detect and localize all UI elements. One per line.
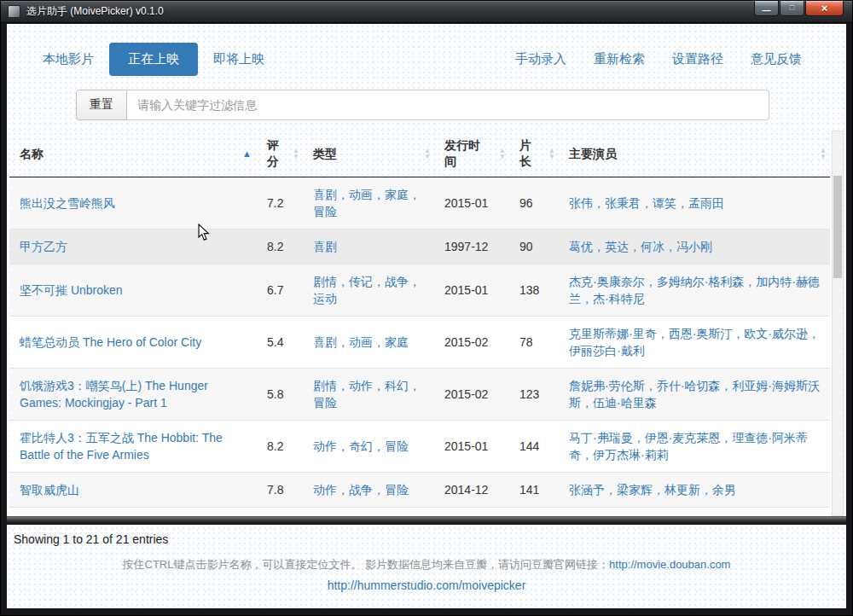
column-header-release-date[interactable]: 发行时间 ▲▼: [434, 131, 509, 177]
sort-icons: ▲▼: [499, 148, 506, 160]
genres-link[interactable]: 剧情，动作，科幻，冒险: [313, 379, 421, 410]
movie-name-cell: 有一个地方只有我们知道: [9, 508, 257, 517]
entries-info: Showing 1 to 21 of 21 entries: [14, 532, 846, 546]
movie-table: 名称 ▲ 评分 ▲▼ 类型 ▲▼ 发行时间 ▲▼: [9, 131, 844, 516]
window-controls: — □ ×: [753, 1, 844, 16]
table-row[interactable]: 饥饿游戏3：嘲笑鸟(上) The Hunger Games: Mockingja…: [9, 369, 830, 421]
genres-cell: 动作，战争，冒险: [303, 473, 434, 508]
sort-desc-icon: ▼: [820, 154, 827, 160]
maximize-icon: □: [790, 4, 794, 12]
hummerstudio-link[interactable]: http://hummerstudio.com/moivepicker: [328, 578, 526, 592]
rescan-link[interactable]: 重新检索: [594, 51, 645, 67]
genres-link[interactable]: 喜剧: [313, 240, 337, 253]
rating-cell: 6.7: [257, 264, 303, 317]
set-path-link[interactable]: 设置路径: [672, 51, 723, 67]
length-cell: 90: [509, 230, 559, 264]
movie-name-cell: 甲方乙方: [9, 230, 257, 264]
rating-cell: 8.2: [257, 421, 303, 473]
table-row[interactable]: 有一个地方只有我们知道 5.2 爱情 2015-02 109 吴亦凡，王丽坤，徐…: [9, 508, 830, 517]
title-bar[interactable]: 选片助手 (MoivePicker) v0.1.0: [1, 1, 852, 23]
column-header-actors[interactable]: 主要演员 ▲▼: [559, 131, 830, 177]
genres-link[interactable]: 剧情，传记，战争，运动: [313, 275, 421, 305]
genres-cell: 喜剧: [303, 230, 434, 264]
length-cell: 78: [509, 317, 559, 369]
actors-link[interactable]: 克里斯蒂娜·里奇，西恩·奥斯汀，欧文·威尔逊，伊丽莎白·戴利: [569, 327, 820, 357]
actors-link[interactable]: 张伟，张秉君，谭笑，孟雨田: [569, 196, 724, 210]
movie-name-cell: 坚不可摧 Unbroken: [9, 264, 257, 317]
release-date-cell: 2015-01: [434, 177, 509, 230]
tab-now-showing[interactable]: 正在上映: [109, 43, 198, 76]
minimize-button[interactable]: —: [754, 1, 779, 16]
filter-bar: 重置: [76, 90, 769, 120]
genres-cell: 喜剧，动画，家庭: [303, 317, 434, 369]
manual-entry-link[interactable]: 手动录入: [515, 51, 566, 67]
maximize-button[interactable]: □: [780, 1, 804, 16]
table-row[interactable]: 智取威虎山 7.8 动作，战争，冒险 2014-12 141 张涵予，梁家辉，林…: [9, 473, 830, 508]
actors-link[interactable]: 詹妮弗·劳伦斯，乔什·哈切森，利亚姆·海姆斯沃斯，伍迪·哈里森: [569, 379, 820, 410]
movie-name-link[interactable]: 饥饿游戏3：嘲笑鸟(上) The Hunger Games: Mockingja…: [20, 379, 208, 410]
actors-link[interactable]: 杰克·奥康奈尔，多姆纳尔·格利森，加内特·赫德兰，杰·科特尼: [569, 275, 820, 305]
table-row[interactable]: 甲方乙方 8.2 喜剧 1997-12 90 葛优，英达，何冰，冯小刚: [9, 230, 830, 264]
movie-name-cell: 蜡笔总动员 The Hero of Color City: [9, 317, 257, 369]
actors-cell: 杰克·奥康奈尔，多姆纳尔·格利森，加内特·赫德兰，杰·科特尼: [559, 264, 830, 317]
tab-coming-soon[interactable]: 即将上映: [201, 43, 276, 76]
movie-name-link[interactable]: 熊出没之雪岭熊风: [20, 196, 115, 210]
release-date-cell: 2015-02: [434, 317, 509, 369]
movie-name-cell: 饥饿游戏3：嘲笑鸟(上) The Hunger Games: Mockingja…: [9, 369, 257, 421]
feedback-link[interactable]: 意见反馈: [751, 51, 802, 67]
filter-input[interactable]: [127, 90, 769, 120]
vertical-scrollbar[interactable]: [832, 131, 844, 516]
scrollbar-thumb[interactable]: [833, 176, 842, 278]
douban-link[interactable]: http://movie.douban.com: [609, 558, 730, 571]
movie-name-link[interactable]: 智取威虎山: [20, 483, 79, 497]
actors-cell: 詹妮弗·劳伦斯，乔什·哈切森，利亚姆·海姆斯沃斯，伍迪·哈里森: [559, 369, 830, 421]
sort-desc-icon: ▼: [499, 154, 506, 160]
column-header-length[interactable]: 片长 ▲▼: [509, 131, 559, 177]
footer-home: http://hummerstudio.com/moivepicker: [7, 578, 846, 592]
release-date-cell: 1997-12: [434, 230, 509, 264]
reset-button[interactable]: 重置: [76, 90, 127, 120]
release-date-cell: 2015-01: [434, 264, 509, 317]
sort-icons: ▲▼: [548, 148, 555, 160]
actors-link[interactable]: 马丁·弗瑞曼，伊恩·麦克莱恩，理查德·阿米蒂奇，伊万杰琳·莉莉: [569, 431, 808, 462]
genres-cell: 动作，奇幻，冒险: [303, 421, 434, 473]
footer-note-text: 按住CTRL键点击影片名称，可以直接定位文件。 影片数据信息均来自豆瓣，请访问豆…: [123, 558, 610, 571]
genres-link[interactable]: 动作，战争，冒险: [313, 483, 409, 497]
actors-cell: 克里斯蒂娜·里奇，西恩·奥斯汀，欧文·威尔逊，伊丽莎白·戴利: [559, 317, 830, 369]
sort-desc-icon: ▼: [424, 154, 431, 160]
table-row[interactable]: 蜡笔总动员 The Hero of Color City 5.4 喜剧，动画，家…: [9, 317, 830, 369]
column-header-rating[interactable]: 评分 ▲▼: [257, 131, 303, 177]
genres-link[interactable]: 喜剧，动画，家庭: [313, 335, 409, 349]
window-title: 选片助手 (MoivePicker) v0.1.0: [26, 4, 164, 19]
length-cell: 138: [509, 264, 559, 317]
actors-link[interactable]: 葛优，英达，何冰，冯小刚: [569, 240, 712, 253]
column-header-genres[interactable]: 类型 ▲▼: [303, 131, 434, 177]
main-content: 本地影片 正在上映 即将上映 手动录入 重新检索 设置路径 意见反馈 重置 名称: [7, 24, 846, 608]
genres-link[interactable]: 喜剧，动画，家庭，冒险: [313, 188, 421, 218]
table-row[interactable]: 霍比特人3：五军之战 The Hobbit: The Battle of the…: [9, 421, 830, 473]
tab-local-movies[interactable]: 本地影片: [31, 43, 106, 76]
genres-link[interactable]: 动作，奇幻，冒险: [313, 439, 409, 453]
movie-name-link[interactable]: 坚不可摧 Unbroken: [20, 283, 123, 297]
movie-name-link[interactable]: 蜡笔总动员 The Hero of Color City: [20, 335, 201, 349]
rating-cell: 7.2: [257, 177, 303, 230]
horizontal-scrollbar[interactable]: [7, 516, 846, 525]
actors-cell: 吴亦凡，王丽坤，徐静蕾，戈登·亚历山大: [559, 508, 830, 517]
sort-icons: ▲▼: [820, 148, 827, 160]
sort-desc-icon: ▼: [293, 154, 299, 160]
table-row[interactable]: 熊出没之雪岭熊风 7.2 喜剧，动画，家庭，冒险 2015-01 96 张伟，张…: [9, 177, 830, 230]
movie-name-link[interactable]: 霍比特人3：五军之战 The Hobbit: The Battle of the…: [20, 431, 223, 462]
movie-name-link[interactable]: 甲方乙方: [20, 240, 67, 253]
sort-ascending-icon: ▲: [242, 149, 252, 159]
column-header-name[interactable]: 名称 ▲: [9, 131, 257, 177]
footer-note: 按住CTRL键点击影片名称，可以直接定位文件。 影片数据信息均来自豆瓣，请访问豆…: [7, 557, 846, 572]
rating-cell: 5.8: [257, 369, 303, 421]
length-cell: 144: [509, 421, 559, 473]
rating-cell: 5.2: [257, 508, 303, 517]
table-row[interactable]: 坚不可摧 Unbroken 6.7 剧情，传记，战争，运动 2015-01 13…: [9, 264, 830, 317]
rating-cell: 5.4: [257, 317, 303, 369]
close-button[interactable]: ×: [805, 1, 844, 16]
minimize-icon: —: [763, 7, 771, 15]
genres-cell: 剧情，动作，科幻，冒险: [303, 369, 434, 421]
actors-link[interactable]: 张涵予，梁家辉，林更新，余男: [569, 483, 736, 497]
